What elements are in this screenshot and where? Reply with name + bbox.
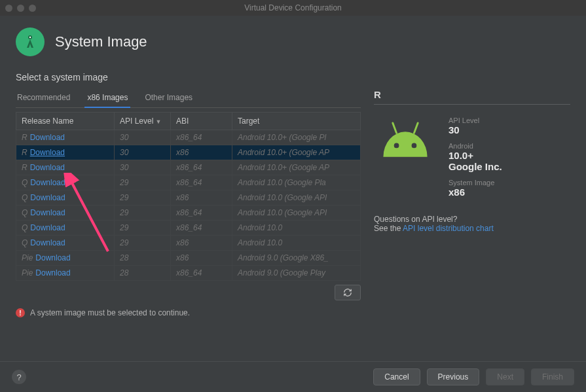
download-link[interactable]: Download bbox=[30, 133, 65, 142]
table-row[interactable]: Q Download29x86_64Android 10.0 (Google A… bbox=[16, 205, 361, 221]
cell-abi: x86_64 bbox=[171, 266, 232, 281]
cell-api: 30 bbox=[115, 130, 171, 145]
cell-abi: x86_64 bbox=[171, 205, 232, 221]
release-codename: Q bbox=[22, 223, 27, 232]
cell-abi: x86_64 bbox=[171, 160, 232, 175]
download-link[interactable]: Download bbox=[30, 223, 65, 232]
left-pane: Select a system image Recommended x86 Im… bbox=[16, 72, 361, 361]
android-studio-icon bbox=[16, 27, 45, 56]
subtitle: Select a system image bbox=[16, 72, 361, 82]
svg-line-3 bbox=[414, 123, 418, 133]
table-row[interactable]: Q Download29x86_64Android 10.0 bbox=[16, 221, 361, 236]
content: Select a system image Recommended x86 Im… bbox=[0, 65, 586, 361]
download-link[interactable]: Download bbox=[30, 208, 65, 217]
android-label: Android bbox=[449, 142, 502, 150]
table-row[interactable]: Pie Download28x86Android 9.0 (Google X86… bbox=[16, 251, 361, 266]
download-link[interactable]: Download bbox=[30, 178, 65, 187]
error-icon: ! bbox=[16, 308, 25, 317]
system-image-label: System Image bbox=[449, 179, 502, 187]
table-row[interactable]: Pie Download28x86_64Android 9.0 (Google … bbox=[16, 266, 361, 281]
api-level-label: API Level bbox=[449, 116, 502, 124]
cell-abi: x86_64 bbox=[171, 221, 232, 236]
cell-api: 29 bbox=[115, 175, 171, 190]
cell-api: 29 bbox=[115, 236, 171, 251]
api-question: Questions on API level? See the API leve… bbox=[374, 215, 570, 233]
release-codename: Q bbox=[22, 238, 27, 247]
previous-button[interactable]: Previous bbox=[427, 368, 480, 385]
finish-button: Finish bbox=[531, 368, 574, 385]
table-row[interactable]: R Download30x86_64Android 10.0+ (Google … bbox=[16, 160, 361, 175]
release-codename: Q bbox=[22, 178, 27, 187]
android-vendor-value: Google Inc. bbox=[449, 161, 502, 172]
cell-target: Android 9.0 (Google Play bbox=[232, 266, 361, 281]
tab-x86-images[interactable]: x86 Images bbox=[86, 89, 129, 107]
cell-api: 29 bbox=[115, 221, 171, 236]
cell-abi: x86 bbox=[171, 251, 232, 266]
footer: ? Cancel Previous Next Finish bbox=[0, 361, 586, 392]
next-button: Next bbox=[486, 368, 524, 385]
download-link[interactable]: Download bbox=[30, 193, 65, 202]
error-text: A system image must be selected to conti… bbox=[30, 308, 190, 317]
download-link[interactable]: Download bbox=[35, 268, 70, 277]
cell-target: Android 10.0+ (Google AP bbox=[232, 145, 361, 160]
android-icon bbox=[374, 116, 437, 198]
col-release[interactable]: Release Name bbox=[16, 113, 115, 130]
col-target[interactable]: Target bbox=[232, 113, 361, 130]
table-row[interactable]: Q Download29x86Android 10.0 bbox=[16, 236, 361, 251]
refresh-button[interactable] bbox=[335, 285, 361, 300]
table-row[interactable]: R Download30x86Android 10.0+ (Google AP bbox=[16, 145, 361, 160]
page-header: System Image bbox=[0, 16, 586, 65]
release-codename: Pie bbox=[22, 253, 33, 262]
cell-abi: x86_64 bbox=[171, 130, 232, 145]
cell-api: 29 bbox=[115, 190, 171, 205]
cell-api: 30 bbox=[115, 145, 171, 160]
release-codename: Q bbox=[22, 193, 27, 202]
cancel-button[interactable]: Cancel bbox=[373, 368, 420, 385]
svg-point-4 bbox=[394, 143, 399, 149]
cell-target: Android 9.0 (Google X86_ bbox=[232, 251, 361, 266]
window: Virtual Device Configuration System Imag… bbox=[0, 0, 586, 392]
error-message: ! A system image must be selected to con… bbox=[16, 308, 361, 317]
system-image-value: x86 bbox=[449, 187, 502, 198]
cell-abi: x86 bbox=[171, 190, 232, 205]
download-link[interactable]: Download bbox=[30, 238, 65, 247]
cell-target: Android 10.0 bbox=[232, 221, 361, 236]
android-version-value: 10.0+ bbox=[449, 150, 502, 161]
release-codename: R bbox=[22, 163, 27, 172]
page-title: System Image bbox=[55, 33, 147, 50]
sort-desc-icon: ▼ bbox=[155, 118, 161, 125]
release-codename: R bbox=[22, 133, 27, 142]
svg-point-5 bbox=[412, 143, 417, 149]
api-level-value: 30 bbox=[449, 124, 502, 135]
cell-api: 30 bbox=[115, 160, 171, 175]
tabs: Recommended x86 Images Other Images bbox=[16, 89, 361, 108]
cell-target: Android 10.0 (Google Pla bbox=[232, 175, 361, 190]
release-codename: Pie bbox=[22, 268, 33, 277]
table-row[interactable]: R Download30x86_64Android 10.0+ (Google … bbox=[16, 130, 361, 145]
download-link[interactable]: Download bbox=[30, 163, 65, 172]
system-image-table: Release Name API Level▼ ABI Target R Dow… bbox=[16, 112, 361, 281]
titlebar: Virtual Device Configuration bbox=[0, 0, 586, 16]
download-link[interactable]: Download bbox=[30, 148, 65, 157]
help-button[interactable]: ? bbox=[12, 370, 26, 384]
col-abi[interactable]: ABI bbox=[171, 113, 232, 130]
svg-line-2 bbox=[393, 123, 397, 133]
tab-other-images[interactable]: Other Images bbox=[143, 89, 194, 107]
table-row[interactable]: Q Download29x86_64Android 10.0 (Google P… bbox=[16, 175, 361, 190]
cell-api: 28 bbox=[115, 266, 171, 281]
detail-heading: R bbox=[374, 89, 570, 105]
cell-target: Android 10.0 (Google API bbox=[232, 190, 361, 205]
cell-target: Android 10.0+ (Google AP bbox=[232, 160, 361, 175]
table-row[interactable]: Q Download29x86Android 10.0 (Google API bbox=[16, 190, 361, 205]
cell-api: 28 bbox=[115, 251, 171, 266]
cell-api: 29 bbox=[115, 205, 171, 221]
tab-recommended[interactable]: Recommended bbox=[16, 89, 71, 107]
release-codename: R bbox=[22, 148, 27, 157]
api-distribution-link[interactable]: API level distribution chart bbox=[403, 224, 494, 233]
cell-abi: x86 bbox=[171, 236, 232, 251]
svg-point-1 bbox=[29, 37, 31, 38]
cell-target: Android 10.0+ (Google Pl bbox=[232, 130, 361, 145]
col-api[interactable]: API Level▼ bbox=[115, 113, 171, 130]
download-link[interactable]: Download bbox=[35, 253, 70, 262]
release-codename: Q bbox=[22, 208, 27, 217]
